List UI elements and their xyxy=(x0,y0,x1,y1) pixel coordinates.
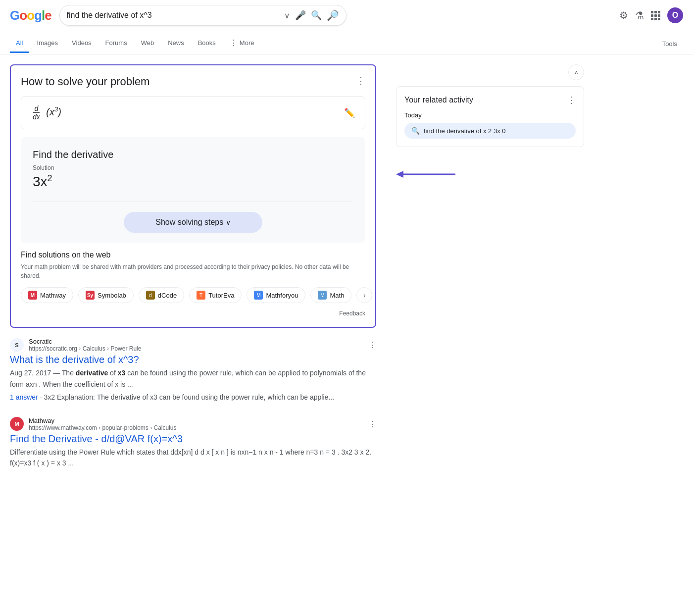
formula-box: d dx (x3) ✏️ xyxy=(21,96,365,129)
result-source-info-socratic: Socratic https://socratic.org › Calculus… xyxy=(29,338,363,352)
mathforyou-label: Mathforyou xyxy=(266,292,298,299)
find-derivative-box: Find the derivative Solution 3x2 Show so… xyxy=(21,137,365,243)
result-socratic: S Socratic https://socratic.org › Calcul… xyxy=(10,338,376,403)
collapse-button[interactable]: ∧ xyxy=(568,64,584,80)
answer-link-socratic[interactable]: 1 answer xyxy=(10,393,38,401)
provider-mathforyou[interactable]: M Mathforyou xyxy=(247,287,305,303)
web-solutions-desc: Your math problem will be shared with ma… xyxy=(21,262,365,280)
result-mathway: M Mathway https://www.mathway.com › popu… xyxy=(10,417,376,469)
mathway-label: Mathway xyxy=(40,292,66,299)
result-menu-socratic[interactable]: ⋮ xyxy=(368,340,376,350)
result-title-mathway[interactable]: Find the Derivative - d/d@VAR f(x)=x^3 xyxy=(10,433,376,445)
chevron-down-icon: ∨ xyxy=(226,218,231,226)
tab-books[interactable]: Books xyxy=(192,34,222,53)
site-name-mathway: Mathway xyxy=(29,417,363,424)
mathway-favicon: M xyxy=(10,417,24,431)
clear-button[interactable]: ∨ xyxy=(284,11,290,20)
more-dots-icon: ⋮ xyxy=(230,38,238,48)
apps-icon[interactable] xyxy=(651,11,660,20)
mic-icon[interactable]: 🎤 xyxy=(295,10,306,21)
nav-tabs: All Images Videos Forums Web News Books … xyxy=(0,31,693,54)
right-column: ∧ Your related activity ⋮ Today 🔍 find t… xyxy=(396,64,584,482)
today-label: Today xyxy=(404,111,576,119)
left-column: How to solve your problem ⋮ d dx (x3) ✏️… xyxy=(10,64,376,482)
edit-formula-icon[interactable]: ✏️ xyxy=(344,107,355,118)
tab-images[interactable]: Images xyxy=(31,34,64,53)
feedback-row: Feedback xyxy=(21,309,365,317)
solver-menu-icon[interactable]: ⋮ xyxy=(356,75,365,86)
result-source-mathway: M Mathway https://www.mathway.com › popu… xyxy=(10,417,376,431)
solution-label: Solution xyxy=(33,164,353,171)
provider-math[interactable]: M Math xyxy=(310,287,351,303)
header: Google ∨ 🎤 🔍 🔎 ⚙ ⚗ xyxy=(0,0,693,31)
result-title-socratic[interactable]: What is the derivative of x^3? xyxy=(10,354,376,365)
chevron-right-icon: › xyxy=(363,291,366,299)
svg-marker-1 xyxy=(396,171,403,178)
symbolab-label: Symbolab xyxy=(98,292,126,299)
web-solutions-section: Find solutions on the web Your math prob… xyxy=(21,251,365,317)
result-snippet-mathway: Differentiate using the Power Rule which… xyxy=(10,447,376,469)
related-title-row: Your related activity ⋮ xyxy=(404,95,576,105)
google-logo[interactable]: Google xyxy=(10,8,51,23)
tools-button[interactable]: Tools xyxy=(656,35,683,52)
search-submit-icon[interactable]: 🔎 xyxy=(327,9,339,21)
formula-display: d dx (x3) xyxy=(31,104,61,121)
activity-text: find the derivative of x 2 3x 0 xyxy=(424,127,505,135)
related-activity-title: Your related activity xyxy=(404,96,473,104)
user-avatar[interactable]: O xyxy=(667,7,683,23)
provider-list: M Mathway Sy Symbolab d dCode T TutorEva xyxy=(21,287,365,303)
show-steps-button[interactable]: Show solving steps ∨ xyxy=(124,212,262,233)
settings-icon[interactable]: ⚙ xyxy=(619,9,628,21)
solver-title-row: How to solve your problem ⋮ xyxy=(21,75,365,96)
related-activity-menu[interactable]: ⋮ xyxy=(567,95,576,105)
provider-tutoreva[interactable]: T TutorEva xyxy=(189,287,242,303)
related-activity-card: Your related activity ⋮ Today 🔍 find the… xyxy=(396,86,584,147)
symbolab-icon: Sy xyxy=(86,291,95,300)
provider-dcode[interactable]: d dCode xyxy=(139,287,184,303)
solution-value: 3x2 xyxy=(33,173,353,190)
header-right: ⚙ ⚗ O xyxy=(619,7,683,23)
result-url-socratic: https://socratic.org › Calculus › Power … xyxy=(29,345,363,352)
main-layout: How to solve your problem ⋮ d dx (x3) ✏️… xyxy=(0,54,594,492)
solver-title: How to solve your problem xyxy=(21,75,149,88)
find-derivative-title: Find the derivative xyxy=(33,149,353,160)
tab-all[interactable]: All xyxy=(10,34,29,53)
tutoreva-label: TutorEva xyxy=(208,292,234,299)
web-solutions-title: Find solutions on the web xyxy=(21,251,365,259)
math-label: Math xyxy=(330,292,344,299)
provider-mathway[interactable]: M Mathway xyxy=(21,287,73,303)
search-icons: ∨ 🎤 🔍 🔎 xyxy=(284,9,339,21)
arrow-decoration xyxy=(396,167,584,183)
collapse-row: ∧ xyxy=(396,64,584,80)
provider-nav-next[interactable]: › xyxy=(356,287,372,303)
tab-news[interactable]: News xyxy=(162,34,190,53)
activity-item[interactable]: 🔍 find the derivative of x 2 3x 0 xyxy=(404,123,576,139)
mathway-icon: M xyxy=(28,291,37,300)
mathforyou-icon: M xyxy=(254,291,263,300)
search-input[interactable] xyxy=(67,11,284,20)
tab-videos[interactable]: Videos xyxy=(66,34,98,53)
result-source-info-mathway: Mathway https://www.mathway.com › popula… xyxy=(29,417,363,431)
result-menu-mathway[interactable]: ⋮ xyxy=(368,419,376,429)
provider-symbolab[interactable]: Sy Symbolab xyxy=(78,287,134,303)
search-bar: ∨ 🎤 🔍 🔎 xyxy=(59,5,346,26)
socratic-favicon: S xyxy=(10,338,24,352)
result-source-socratic: S Socratic https://socratic.org › Calcul… xyxy=(10,338,376,352)
feedback-link[interactable]: Feedback xyxy=(339,310,365,317)
result-snippet-socratic: Aug 27, 2017 — The derivative of x3 can … xyxy=(10,367,376,390)
chevron-up-icon: ∧ xyxy=(574,69,579,76)
result-extra-socratic: 1 answer · 3x2 Explanation: The derivati… xyxy=(10,392,376,403)
tab-more[interactable]: ⋮ More xyxy=(224,33,260,54)
activity-search-icon: 🔍 xyxy=(411,127,420,135)
dcode-icon: d xyxy=(146,291,155,300)
tab-web[interactable]: Web xyxy=(135,34,160,53)
math-icon: M xyxy=(318,291,327,300)
show-steps-label: Show solving steps xyxy=(155,218,223,226)
tab-forums[interactable]: Forums xyxy=(99,34,133,53)
result-url-mathway: https://www.mathway.com › popular-proble… xyxy=(29,424,363,431)
tutoreva-icon: T xyxy=(197,291,205,300)
lens-icon[interactable]: 🔍 xyxy=(311,10,322,21)
site-name-socratic: Socratic xyxy=(29,338,363,345)
solver-card: How to solve your problem ⋮ d dx (x3) ✏️… xyxy=(10,64,376,328)
labs-icon[interactable]: ⚗ xyxy=(635,9,644,21)
